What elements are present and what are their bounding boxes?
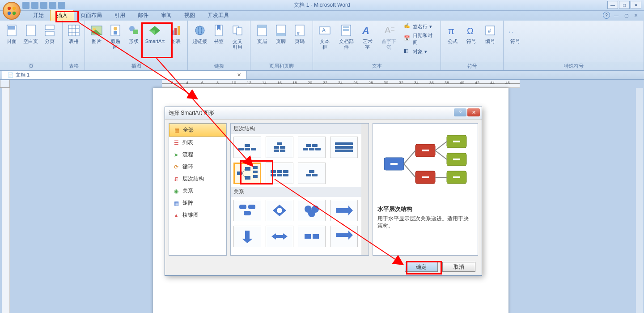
cat-list[interactable]: ☰列表 xyxy=(169,137,226,149)
svg-point-17 xyxy=(114,27,117,30)
office-button[interactable] xyxy=(3,2,21,20)
smartart-button[interactable]: SmartArt xyxy=(144,22,166,45)
minimize-button[interactable]: — xyxy=(607,1,618,9)
svg-point-63 xyxy=(308,210,315,217)
tab-mailings[interactable]: 邮件 xyxy=(131,10,155,21)
shapes-button[interactable]: 形状 xyxy=(125,22,143,45)
document-tabs: 📄 文档 1 ✕ xyxy=(0,71,644,80)
special-symbol-button[interactable]: , 。符号 xyxy=(506,22,524,45)
cat-pyramid[interactable]: ▲棱锥图 xyxy=(169,209,226,221)
svg-rect-18 xyxy=(114,31,117,34)
gallery-item-selected[interactable] xyxy=(233,163,261,184)
cat-relationship[interactable]: ◉关系 xyxy=(169,185,226,197)
page-break-button[interactable]: 分页 xyxy=(41,22,59,45)
signature-button[interactable]: ✍签名行 ▾ xyxy=(403,22,438,30)
svg-rect-50 xyxy=(245,167,250,171)
gallery-item[interactable] xyxy=(233,200,261,221)
gallery-item[interactable] xyxy=(233,137,261,158)
vertical-scrollbar[interactable] xyxy=(636,88,643,313)
doc-tab-close-icon[interactable]: ✕ xyxy=(237,72,241,78)
tab-home[interactable]: 开始 xyxy=(27,10,50,21)
picture-button[interactable]: 图片 xyxy=(88,22,105,45)
vertical-ruler[interactable] xyxy=(2,88,10,313)
qat-redo-icon[interactable] xyxy=(40,2,47,9)
bookmark-button[interactable]: 书签 xyxy=(210,22,228,45)
tab-review[interactable]: 审阅 xyxy=(155,10,178,21)
preview-image xyxy=(377,128,473,200)
crossref-button[interactable]: 交叉 引用 xyxy=(229,22,246,51)
document-tab[interactable]: 📄 文档 1 ✕ xyxy=(2,71,247,79)
cancel-button[interactable]: 取消 xyxy=(442,262,475,272)
gallery-section-hierarchy: 层次结构 xyxy=(231,124,369,134)
cover-page-button[interactable]: 封面 xyxy=(3,22,21,45)
ribbon-minimize-icon[interactable]: — xyxy=(613,12,620,19)
hyperlink-button[interactable]: 超链接 xyxy=(191,22,209,45)
gallery-item[interactable] xyxy=(266,137,293,158)
tab-insert[interactable]: 插入 xyxy=(50,10,74,21)
svg-line-80 xyxy=(435,141,447,150)
gallery-item[interactable] xyxy=(330,200,358,221)
dialog-help-icon[interactable]: ? xyxy=(454,108,466,116)
group-label-illus: 插图 xyxy=(85,62,187,70)
svg-rect-54 xyxy=(253,175,258,178)
table-button[interactable]: 表格 xyxy=(65,22,82,45)
gallery-item[interactable] xyxy=(298,137,326,158)
qat-save-icon[interactable] xyxy=(22,2,30,9)
gallery-scrollbar[interactable] xyxy=(361,124,369,255)
gallery-item[interactable] xyxy=(266,200,293,221)
help-icon[interactable]: ? xyxy=(603,12,610,19)
cat-all[interactable]: ▦全部 xyxy=(169,124,226,137)
dialog-titlebar[interactable]: 选择 SmartArt 图形 ? ✕ xyxy=(165,107,482,120)
datetime-button[interactable]: 📅日期和时间 xyxy=(403,32,438,46)
tab-view[interactable]: 视图 xyxy=(178,10,201,21)
dialog-close-icon[interactable]: ✕ xyxy=(467,108,480,116)
tab-pagelayout[interactable]: 页面布局 xyxy=(74,10,108,21)
qat-preview-icon[interactable] xyxy=(58,2,65,9)
cat-matrix[interactable]: ▦矩阵 xyxy=(169,197,226,209)
number-button[interactable]: #编号 xyxy=(481,22,499,45)
footer-button[interactable]: 页脚 xyxy=(272,22,290,45)
gallery-item[interactable] xyxy=(266,163,293,184)
textbox-button[interactable]: A文本框 xyxy=(316,22,334,51)
svg-rect-39 xyxy=(343,29,349,31)
pagenum-button[interactable]: #页码 xyxy=(291,22,309,45)
svg-text:#: # xyxy=(297,31,300,36)
ruler-corner xyxy=(0,80,10,88)
gallery-item[interactable] xyxy=(330,137,358,158)
doc-icon: 📄 xyxy=(8,72,14,78)
gallery-item[interactable] xyxy=(233,226,261,247)
dropcap-button[interactable]: A首字下沉 xyxy=(377,22,400,51)
ok-button[interactable]: 确定 xyxy=(405,262,438,272)
gallery-item[interactable] xyxy=(266,226,293,247)
wordart-button[interactable]: A艺术字 xyxy=(359,22,377,51)
clipart-button[interactable]: 剪贴画 xyxy=(106,22,124,51)
quickparts-button[interactable]: 文档部件 xyxy=(335,22,357,51)
gallery-section-relationship: 关系 xyxy=(231,187,369,197)
horizontal-ruler[interactable]: 2468101214161820222426283032343638404244… xyxy=(162,80,520,88)
tab-references[interactable]: 引用 xyxy=(108,10,131,21)
svg-line-56 xyxy=(242,173,245,178)
gallery-item[interactable] xyxy=(298,163,326,184)
ribbon-close-icon[interactable]: ✕ xyxy=(632,12,640,19)
symbol-button[interactable]: Ω符号 xyxy=(462,22,480,45)
maximize-button[interactable]: □ xyxy=(619,1,630,9)
ribbon-restore-icon[interactable]: ▢ xyxy=(623,12,630,19)
svg-rect-32 xyxy=(276,33,285,36)
chart-button[interactable]: 图表 xyxy=(167,22,185,45)
cat-hierarchy[interactable]: ⇵层次结构 xyxy=(169,173,226,185)
qat-print-icon[interactable] xyxy=(49,2,56,9)
gallery-item[interactable] xyxy=(330,226,358,247)
gallery-item[interactable] xyxy=(298,200,326,221)
svg-line-55 xyxy=(242,169,245,173)
close-button[interactable]: ✕ xyxy=(631,1,641,9)
tab-developer[interactable]: 开发工具 xyxy=(201,10,235,21)
blank-page-button[interactable]: 空白页 xyxy=(21,22,40,45)
cat-cycle[interactable]: ⟳循环 xyxy=(169,161,226,173)
equation-button[interactable]: π公式 xyxy=(444,22,462,45)
qat-undo-icon[interactable] xyxy=(31,2,38,9)
svg-rect-8 xyxy=(45,31,54,36)
object-button[interactable]: ◧对象 ▾ xyxy=(403,47,438,56)
cat-process[interactable]: ➤流程 xyxy=(169,149,226,161)
header-button[interactable]: 页眉 xyxy=(253,22,271,45)
gallery-item[interactable] xyxy=(298,226,326,247)
